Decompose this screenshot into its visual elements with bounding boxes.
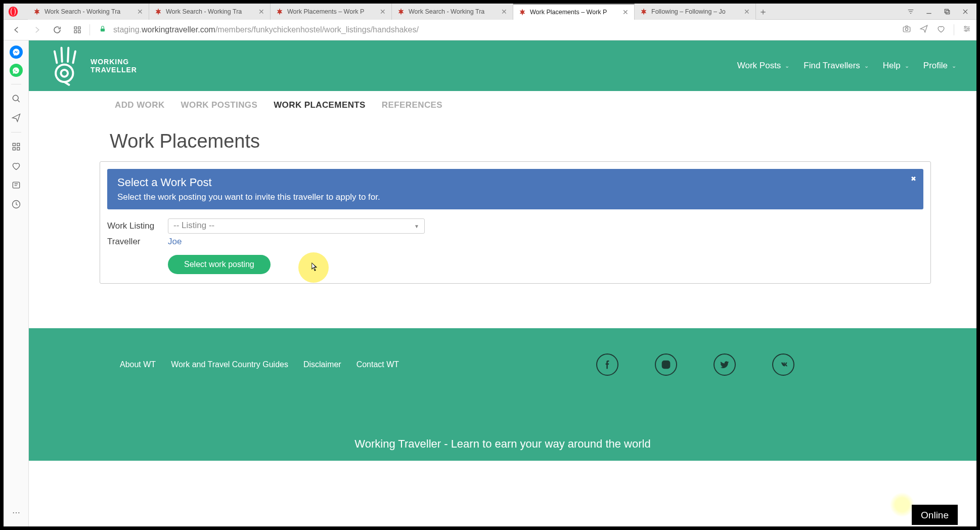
- footer-link-about[interactable]: About WT: [120, 360, 156, 369]
- svg-point-11: [905, 28, 908, 30]
- svg-rect-6: [78, 27, 81, 29]
- speeddial-rail-icon[interactable]: [9, 140, 23, 154]
- nav-find-travellers[interactable]: Find Travellers⌄: [804, 61, 868, 71]
- label-traveller: Traveller: [107, 237, 168, 247]
- close-icon[interactable]: ✕: [137, 8, 144, 15]
- tab-menu-icon[interactable]: [902, 4, 920, 20]
- history-rail-icon[interactable]: [9, 197, 23, 211]
- camera-icon[interactable]: [902, 24, 911, 35]
- tab-title-1: Work Search - Working Tra: [166, 8, 255, 15]
- tab-5[interactable]: Following – Following – Jo ✕: [635, 4, 756, 20]
- svg-point-26: [668, 362, 669, 363]
- svg-rect-9: [101, 28, 105, 31]
- subnav-references[interactable]: REFERENCES: [382, 100, 442, 110]
- row-traveller: Traveller Joe: [107, 237, 923, 247]
- page-title: Work Placements: [110, 130, 976, 152]
- url-input[interactable]: staging.workingtraveller.com/members/fun…: [94, 22, 898, 38]
- back-button[interactable]: [9, 22, 25, 38]
- minimize-icon[interactable]: [920, 4, 938, 20]
- nav-profile[interactable]: Profile⌄: [923, 61, 956, 71]
- chevron-down-icon: ▼: [414, 224, 419, 229]
- rail-more-icon[interactable]: ⋯: [9, 505, 23, 519]
- tab-title-4: Work Placements – Work P: [530, 9, 619, 16]
- subnav-work-placements[interactable]: WORK PLACEMENTS: [274, 100, 366, 110]
- alert-close-icon[interactable]: ✖: [911, 175, 916, 183]
- tab-title-5: Following – Following – Jo: [651, 8, 740, 15]
- opera-logo[interactable]: [4, 4, 23, 20]
- news-rail-icon[interactable]: [9, 178, 23, 192]
- logo-text-top: WORKING: [91, 58, 137, 66]
- nav-help[interactable]: Help⌄: [883, 61, 909, 71]
- traveller-link[interactable]: Joe: [168, 237, 182, 247]
- svg-point-15: [13, 95, 18, 101]
- svg-point-13: [968, 28, 969, 30]
- close-window-icon[interactable]: [956, 4, 974, 20]
- chevron-down-icon: ⌄: [785, 63, 789, 69]
- vk-icon[interactable]: [772, 354, 794, 376]
- tab-4-active[interactable]: Work Placements – Work P ✕: [513, 4, 635, 20]
- select-value: -- Listing --: [173, 220, 214, 230]
- speed-dial-icon[interactable]: [69, 22, 85, 38]
- tab-1[interactable]: Work Search - Working Tra ✕: [149, 4, 271, 20]
- twitter-icon[interactable]: [714, 354, 736, 376]
- label-work-listing: Work Listing: [107, 221, 168, 231]
- svg-rect-4: [946, 10, 950, 14]
- svg-rect-3: [945, 9, 948, 13]
- heart-icon[interactable]: [937, 24, 946, 35]
- new-tab-button[interactable]: ＋: [756, 4, 770, 20]
- close-icon[interactable]: ✕: [501, 8, 508, 15]
- subnav: ADD WORK WORK POSTINGS WORK PLACEMENTS R…: [29, 91, 976, 119]
- online-glow: [890, 493, 914, 517]
- svg-point-14: [965, 30, 967, 31]
- footer-tagline: Working Traveller - Learn to earn your w…: [49, 437, 956, 451]
- lock-icon: [99, 25, 106, 34]
- svg-rect-5: [74, 27, 77, 29]
- online-badge[interactable]: Online: [912, 505, 958, 525]
- footer-link-contact[interactable]: Contact WT: [357, 360, 399, 369]
- site-nav: Work Posts⌄ Find Travellers⌄ Help⌄ Profi…: [737, 61, 956, 71]
- svg-rect-8: [78, 31, 81, 33]
- row-listing: Work Listing -- Listing -- ▼: [107, 218, 923, 234]
- svg-rect-19: [17, 148, 19, 150]
- footer-link-guides[interactable]: Work and Travel Country Guides: [171, 360, 288, 369]
- tab-3[interactable]: Work Search - Working Tra ✕: [392, 4, 513, 20]
- subnav-add-work[interactable]: ADD WORK: [115, 100, 165, 110]
- alert-body: Select the work posting you want to invi…: [117, 192, 913, 202]
- page-viewport: WORKING TRAVELLER Work Posts⌄ Find Trave…: [29, 40, 976, 526]
- flow-rail-icon[interactable]: [9, 111, 23, 125]
- svg-point-2: [11, 7, 15, 16]
- bookmarks-rail-icon[interactable]: [9, 159, 23, 173]
- facebook-icon[interactable]: [596, 354, 618, 376]
- site-header: WORKING TRAVELLER Work Posts⌄ Find Trave…: [29, 40, 976, 91]
- tab-title-0: Work Search - Working Tra: [44, 8, 133, 15]
- close-icon[interactable]: ✕: [622, 9, 629, 16]
- reload-button[interactable]: [49, 22, 65, 38]
- easy-setup-icon[interactable]: [962, 24, 971, 35]
- messenger-icon[interactable]: [10, 46, 23, 59]
- select-work-posting-button[interactable]: Select work posting: [168, 255, 271, 274]
- site-footer: About WT Work and Travel Country Guides …: [29, 328, 976, 461]
- footer-social: [596, 354, 794, 376]
- instagram-icon[interactable]: [655, 354, 677, 376]
- subnav-work-postings[interactable]: WORK POSTINGS: [181, 100, 258, 110]
- address-bar: staging.workingtraveller.com/members/fun…: [4, 20, 976, 40]
- whatsapp-icon[interactable]: [10, 64, 23, 77]
- forward-button[interactable]: [29, 22, 45, 38]
- search-rail-icon[interactable]: [9, 92, 23, 106]
- send-icon[interactable]: [919, 24, 928, 35]
- tab-2[interactable]: Work Placements – Work P ✕: [271, 4, 392, 20]
- tabs-row: Work Search - Working Tra ✕ Work Search …: [23, 4, 902, 20]
- svg-point-12: [965, 26, 966, 28]
- nav-work-posts[interactable]: Work Posts⌄: [737, 61, 790, 71]
- site-logo[interactable]: WORKING TRAVELLER: [49, 46, 137, 86]
- work-listing-select[interactable]: -- Listing -- ▼: [168, 218, 425, 234]
- close-icon[interactable]: ✕: [743, 8, 750, 15]
- close-icon[interactable]: ✕: [258, 8, 265, 15]
- content-row: ⋯ WORKING TRAVELLER Work Posts⌄: [4, 40, 976, 526]
- close-icon[interactable]: ✕: [379, 8, 386, 15]
- svg-rect-18: [13, 148, 15, 150]
- footer-links: About WT Work and Travel Country Guides …: [120, 354, 399, 376]
- maximize-icon[interactable]: [938, 4, 956, 20]
- footer-link-disclaimer[interactable]: Disclaimer: [303, 360, 341, 369]
- tab-0[interactable]: Work Search - Working Tra ✕: [28, 4, 149, 20]
